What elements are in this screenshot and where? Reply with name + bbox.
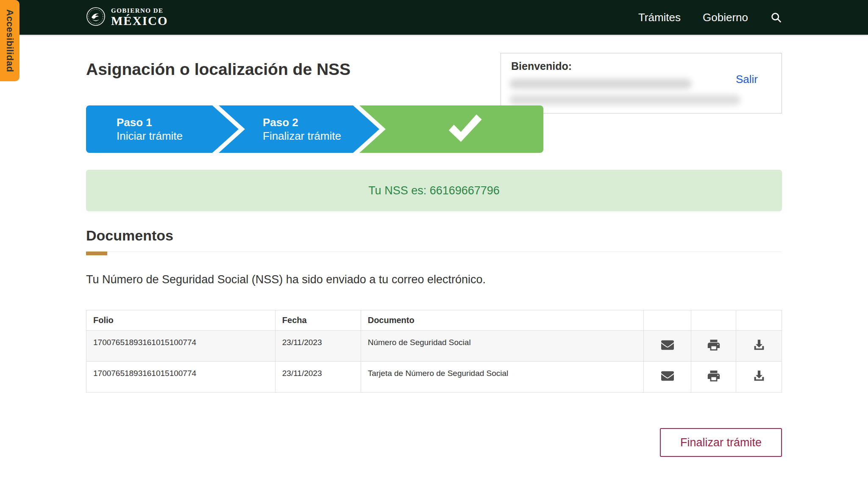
fecha-cell: 23/11/2023 xyxy=(275,362,361,393)
download-icon[interactable] xyxy=(736,331,782,362)
step-1-title: Paso 1 xyxy=(117,116,239,130)
col-header-print xyxy=(691,310,736,331)
search-icon[interactable] xyxy=(770,11,782,23)
step-1: Paso 1 Iniciar trámite xyxy=(86,105,239,153)
col-header-documento: Documento xyxy=(361,310,643,331)
step-2-title: Paso 2 xyxy=(263,116,379,130)
nav-tramites[interactable]: Trámites xyxy=(638,11,681,24)
divider-gold-accent xyxy=(86,252,107,255)
table-row: 17007651893161015100774 23/11/2023 Tarje… xyxy=(86,362,782,393)
col-header-fecha: Fecha xyxy=(275,310,361,331)
step-progress: Paso 1 Iniciar trámite Paso 2 Finalizar … xyxy=(86,105,543,153)
step-2-subtitle: Finalizar trámite xyxy=(263,129,379,143)
table-row: 17007651893161015100774 23/11/2023 Númer… xyxy=(86,331,782,362)
documento-cell: Número de Seguridad Social xyxy=(361,331,643,362)
download-icon[interactable] xyxy=(736,362,782,393)
folio-cell: 17007651893161015100774 xyxy=(86,362,275,393)
accessibility-tab-label: Accesibilidad xyxy=(4,9,15,72)
welcome-card: Bienvenido: Salir xyxy=(501,53,782,113)
logo-wordmark: GOBIERNO DE MÉXICO xyxy=(111,8,168,27)
welcome-label: Bienvenido: xyxy=(511,60,771,72)
documento-cell: Tarjeta de Número de Seguridad Social xyxy=(361,362,643,393)
gobierno-mexico-logo[interactable]: GOBIERNO DE MÉXICO xyxy=(86,7,168,28)
section-divider xyxy=(86,252,782,255)
documents-table: Folio Fecha Documento 170076518931610151… xyxy=(86,310,782,393)
print-icon[interactable] xyxy=(691,362,736,393)
redacted-user-name xyxy=(509,79,692,89)
col-header-email xyxy=(644,310,691,331)
print-icon[interactable] xyxy=(691,331,736,362)
main-nav: Trámites Gobierno xyxy=(638,11,782,24)
documents-heading: Documentos xyxy=(86,227,782,244)
fecha-cell: 23/11/2023 xyxy=(275,331,361,362)
email-icon[interactable] xyxy=(644,331,691,362)
accessibility-tab[interactable]: Accesibilidad xyxy=(0,0,19,81)
logout-link[interactable]: Salir xyxy=(736,73,758,86)
nav-gobierno[interactable]: Gobierno xyxy=(703,11,748,24)
checkmark-icon xyxy=(444,110,485,148)
table-header-row: Folio Fecha Documento xyxy=(86,310,782,331)
step-1-subtitle: Iniciar trámite xyxy=(117,129,239,143)
col-header-folio: Folio xyxy=(86,310,275,331)
nss-alert-text: Tu NSS es: 66169667796 xyxy=(368,184,500,197)
step-complete xyxy=(359,105,543,153)
col-header-download xyxy=(736,310,782,331)
eagle-seal-icon xyxy=(86,7,106,28)
redacted-user-details xyxy=(509,95,740,105)
documents-note: Tu Número de Seguridad Social (NSS) ha s… xyxy=(86,273,782,286)
finalizar-tramite-button[interactable]: Finalizar trámite xyxy=(660,428,782,457)
folio-cell: 17007651893161015100774 xyxy=(86,331,275,362)
email-icon[interactable] xyxy=(644,362,691,393)
step-2: Paso 2 Finalizar trámite xyxy=(219,105,379,153)
site-header: GOBIERNO DE MÉXICO Trámites Gobierno xyxy=(0,0,868,35)
nss-alert: Tu NSS es: 66169667796 xyxy=(86,170,782,211)
